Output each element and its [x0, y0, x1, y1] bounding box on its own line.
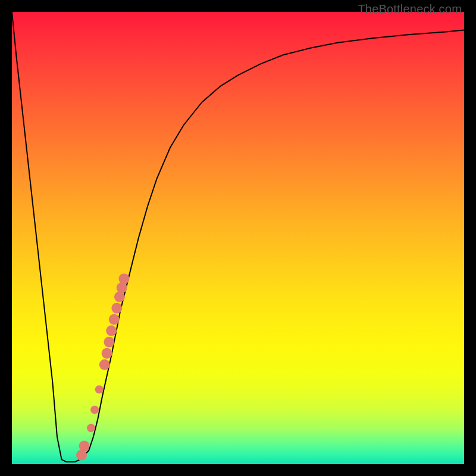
highlight-dot	[102, 348, 112, 359]
chart-frame: TheBottleneck.com	[0, 0, 476, 476]
highlight-dot	[118, 273, 129, 284]
highlight-dot	[76, 450, 87, 461]
highlight-dot	[99, 359, 110, 370]
highlight-dot	[114, 292, 125, 302]
highlight-dot	[104, 337, 114, 347]
highlight-dot	[79, 441, 90, 452]
curve-layer	[12, 12, 464, 464]
highlight-dot	[117, 283, 127, 293]
highlight-dot	[87, 424, 95, 432]
highlight-dot	[90, 406, 99, 414]
plot-area	[12, 12, 464, 464]
highlight-dot	[95, 386, 104, 394]
watermark-text: TheBottleneck.com	[358, 2, 462, 16]
highlight-dot	[109, 314, 120, 325]
curve-path	[12, 12, 464, 462]
highlight-dot	[106, 325, 117, 336]
highlight-dot	[111, 303, 122, 314]
